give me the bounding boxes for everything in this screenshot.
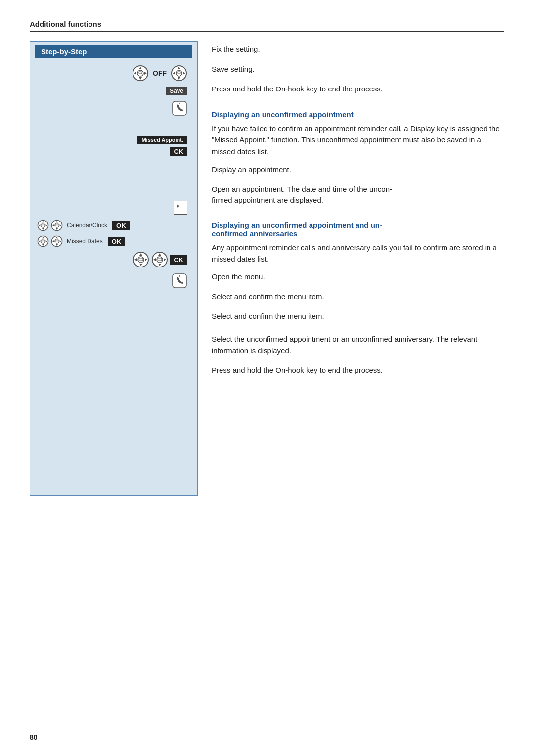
ok-button-sel[interactable]: OK bbox=[170, 255, 188, 265]
select-unconfirmed-text: Select the unconfirmed appointment or an… bbox=[212, 334, 504, 356]
menu-icon-row: ▶ bbox=[35, 201, 192, 215]
save-row: Save bbox=[35, 87, 192, 95]
section1-paragraph: If you have failed to confirm an appoint… bbox=[212, 123, 504, 157]
section1-heading: Displaying an unconfirmed appointment bbox=[212, 110, 504, 119]
press-onhook-text-2: Press and hold the On-hook key to end th… bbox=[212, 365, 383, 376]
ok-row-1: OK bbox=[35, 147, 192, 156]
press-onhook-row-1: Press and hold the On-hook key to end th… bbox=[212, 84, 504, 97]
fix-setting-row: Fix the setting. bbox=[212, 44, 504, 58]
open-menu-row: Open the menu. bbox=[212, 271, 504, 285]
select-unconfirmed-row: Select the unconfirmed appointment or an… bbox=[212, 334, 504, 356]
fix-setting-text: Fix the setting. bbox=[212, 44, 260, 55]
missed-appoint-button[interactable]: Missed Appoint. bbox=[137, 136, 187, 144]
nav-icon-right-1 bbox=[171, 65, 187, 82]
section2-heading: Displaying an unconfirmed appointment an… bbox=[212, 221, 504, 238]
open-appointment-text: Open an appointment. The date and time o… bbox=[212, 184, 392, 206]
display-appointment-text: Display an appointment. bbox=[212, 164, 291, 176]
nav-icon-cal-1 bbox=[37, 220, 49, 231]
nav-icon-md-2 bbox=[51, 235, 63, 247]
nav-icon-sel-1 bbox=[133, 251, 149, 268]
select-menu-row-1: Select and confirm the menu item. bbox=[212, 291, 504, 305]
ok-button-1[interactable]: OK bbox=[170, 147, 188, 156]
onhook-row-1 bbox=[35, 100, 192, 116]
press-onhook-text-1: Press and hold the On-hook key to end th… bbox=[212, 84, 383, 95]
menu-icon[interactable]: ▶ bbox=[174, 201, 187, 215]
open-appointment-row: Open an appointment. The date and time o… bbox=[212, 184, 504, 206]
open-menu-text: Open the menu. bbox=[212, 271, 265, 283]
missed-appoint-row: Missed Appoint. bbox=[35, 136, 192, 144]
main-layout: Step-by-Step OFF bbox=[30, 41, 504, 496]
nav-nav-ok-row: OK bbox=[35, 251, 192, 268]
header-title: Additional functions bbox=[30, 20, 101, 28]
menu-arrow: ▶ bbox=[177, 203, 180, 208]
ok-button-cal[interactable]: OK bbox=[112, 221, 130, 230]
save-setting-text: Save setting. bbox=[212, 64, 255, 75]
svg-point-1 bbox=[137, 70, 143, 76]
nav-icon-md-1 bbox=[37, 235, 49, 247]
section2-paragraph: Any appointment reminder calls and anniv… bbox=[212, 242, 504, 265]
page-header: Additional functions bbox=[30, 20, 504, 32]
calendar-clock-label: Calendar/Clock bbox=[67, 222, 107, 229]
ok-button-md[interactable]: OK bbox=[108, 237, 126, 246]
press-onhook-row-2: Press and hold the On-hook key to end th… bbox=[212, 365, 504, 379]
step-by-step-box: Step-by-Step OFF bbox=[30, 41, 198, 496]
save-setting-row: Save setting. bbox=[212, 64, 504, 78]
off-label: OFF bbox=[153, 69, 167, 77]
step-by-step-title: Step-by-Step bbox=[35, 45, 192, 58]
sidebar: Step-by-Step OFF bbox=[30, 41, 198, 496]
missed-dates-row: Missed Dates OK bbox=[35, 235, 192, 247]
content-area: Fix the setting. Save setting. Press and… bbox=[198, 41, 504, 496]
onhook-row-2 bbox=[35, 273, 192, 289]
nav-icon-cal-2 bbox=[51, 220, 63, 231]
calendar-clock-row: Calendar/Clock OK bbox=[35, 220, 192, 231]
onhook-icon-1 bbox=[172, 100, 187, 116]
select-menu-text-1: Select and confirm the menu item. bbox=[212, 291, 324, 303]
select-menu-row-2: Select and confirm the menu item. bbox=[212, 311, 504, 325]
save-button[interactable]: Save bbox=[166, 87, 187, 95]
missed-dates-label: Missed Dates bbox=[67, 238, 103, 245]
select-menu-text-2: Select and confirm the menu item. bbox=[212, 311, 324, 322]
off-row: OFF bbox=[35, 65, 192, 82]
nav-icon-left-1 bbox=[132, 65, 149, 82]
page-number: 80 bbox=[30, 733, 38, 741]
onhook-icon-2 bbox=[172, 273, 187, 289]
nav-icon-sel-2 bbox=[151, 251, 168, 268]
display-appointment-row: Display an appointment. bbox=[212, 164, 504, 178]
svg-point-8 bbox=[176, 70, 182, 76]
